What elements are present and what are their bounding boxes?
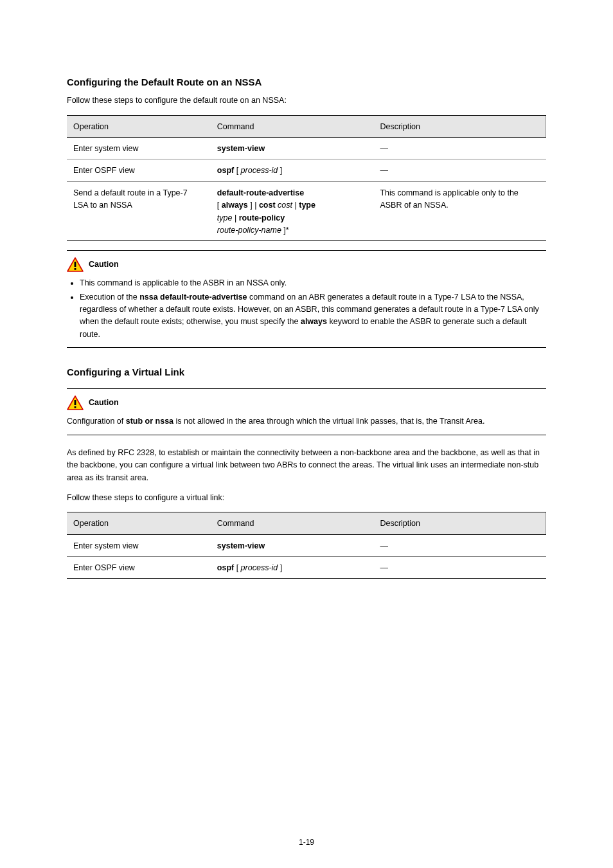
th-command: Command [211, 512, 374, 534]
cmd-bold: route-policy [239, 213, 285, 222]
table-row: Enter system view system-view — [67, 534, 546, 556]
cmd-bold: cost [259, 201, 276, 210]
cell-cmd: default-route-advertise [ always ] | cos… [211, 181, 374, 241]
cell-cmd: system-view [211, 534, 374, 556]
table-header-row: Operation Command Description [67, 512, 546, 534]
cell-op: Enter OSPF view [67, 557, 211, 579]
divider [67, 250, 546, 251]
cmd-plain: [ [234, 166, 240, 175]
cmd-bold: system-view [217, 144, 265, 153]
cmd-plain: ] | [248, 201, 259, 210]
section-heading-nssa: Configuring the Default Route on an NSSA [67, 75, 546, 89]
th-operation: Operation [67, 512, 211, 534]
cmd-plain: | [232, 213, 238, 222]
cmd-bold: ospf [217, 563, 234, 572]
warning-icon [67, 257, 84, 272]
cell-op: Enter system view [67, 138, 211, 159]
cmd-italic: type [217, 213, 233, 222]
section-heading-vlink: Configuring a Virtual Link [67, 365, 546, 379]
svg-rect-2 [75, 268, 76, 270]
text: Execution of the [80, 293, 139, 302]
divider [67, 388, 546, 389]
table-nssa-default-route: Operation Command Description Enter syst… [67, 115, 546, 242]
cell-desc: — [373, 534, 546, 556]
table-row: Enter OSPF view ospf [ process-id ] — [67, 557, 546, 579]
bullet-item: Execution of the nssa default-route-adve… [80, 291, 546, 341]
table-row: Enter system view system-view — [67, 138, 546, 159]
cmd-plain: ]* [281, 226, 289, 235]
warning-icon [67, 395, 84, 410]
cmd-italic: process-id [241, 563, 278, 572]
table-row: Enter OSPF view ospf [ process-id ] — [67, 159, 546, 181]
cmd-italic: process-id [241, 166, 278, 175]
cmd-plain: [ [234, 563, 240, 572]
th-description: Description [373, 512, 546, 534]
cmd-italic: route-policy-name [217, 226, 281, 235]
cmd-italic: cost [276, 201, 292, 210]
callout-bullets: This command is applicable to the ASBR i… [67, 277, 546, 341]
th-description: Description [373, 115, 546, 137]
cell-desc: — [373, 159, 546, 181]
caution-callout-vlink: Caution Configuration of stub or nssa is… [67, 395, 546, 428]
section-intro-nssa: Follow these steps to configure the defa… [67, 95, 546, 107]
svg-rect-4 [75, 400, 76, 405]
th-operation: Operation [67, 115, 211, 137]
callout-text: Configuration of stub or nssa is not all… [67, 415, 546, 428]
text: is not allowed in the area through which… [173, 417, 484, 426]
cmd-plain: ] [278, 166, 282, 175]
svg-rect-1 [75, 262, 76, 267]
cmd-bold: ospf [217, 166, 234, 175]
cell-op: Enter system view [67, 534, 211, 556]
cell-op: Enter OSPF view [67, 159, 211, 181]
callout-label: Caution [89, 258, 119, 271]
cmd-bold: type [299, 201, 315, 210]
text-bold: stub or nssa [126, 417, 173, 426]
bullet-item: This command is applicable to the ASBR i… [80, 277, 546, 289]
cmd-bold: always [222, 201, 248, 210]
cmd-bold: system-view [217, 541, 265, 550]
cell-cmd: ospf [ process-id ] [211, 557, 374, 579]
section-para-vlink: As defined by RFC 2328, to establish or … [67, 447, 546, 484]
table-row: Send a default route in a Type-7 LSA to … [67, 181, 546, 241]
cell-cmd: ospf [ process-id ] [211, 159, 374, 181]
cell-desc: — [373, 138, 546, 159]
divider [67, 435, 546, 435]
callout-header: Caution [67, 257, 546, 272]
table-virtual-link: Operation Command Description Enter syst… [67, 512, 546, 579]
cell-cmd: system-view [211, 138, 374, 159]
section-intro-vlink: Follow these steps to configure a virtua… [67, 492, 546, 504]
text-bold: nssa default-route-advertise [139, 293, 247, 302]
svg-rect-5 [75, 406, 76, 408]
page: Configuring the Default Route on an NSSA… [0, 0, 613, 868]
cmd-plain: ] [278, 563, 282, 572]
text-bold: always [301, 317, 327, 326]
cmd-bold: default-route-advertise [217, 188, 304, 197]
callout-header: Caution [67, 395, 546, 410]
cmd-plain: [ [217, 201, 222, 210]
callout-label: Caution [89, 397, 119, 409]
cell-desc: This command is applicable only to the A… [373, 181, 546, 241]
text: Configuration of [67, 417, 126, 426]
caution-callout-nssa: Caution This command is applicable to th… [67, 257, 546, 341]
cell-op: Send a default route in a Type-7 LSA to … [67, 181, 211, 241]
table-header-row: Operation Command Description [67, 115, 546, 137]
th-command: Command [211, 115, 374, 137]
divider [67, 347, 546, 348]
cmd-plain: | [292, 201, 299, 210]
page-number: 1-19 [0, 836, 613, 849]
cell-desc: — [373, 557, 546, 579]
